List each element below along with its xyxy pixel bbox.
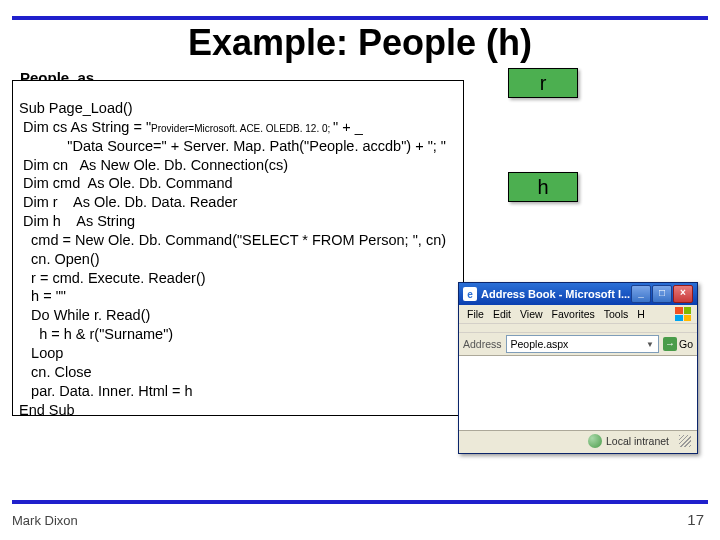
code-line: h = "" bbox=[19, 287, 457, 306]
code-line: h = h & r("Surname") bbox=[19, 325, 457, 344]
footer-author: Mark Dixon bbox=[12, 513, 78, 528]
code-box: Sub Page_Load() Dim cs As String = "Prov… bbox=[12, 80, 464, 416]
intranet-icon bbox=[588, 434, 602, 448]
code-seg: Dim cs As String = " bbox=[19, 119, 151, 135]
menu-edit[interactable]: Edit bbox=[489, 308, 515, 320]
window-buttons: _ □ × bbox=[631, 285, 693, 303]
code-seg: " + _ bbox=[333, 119, 363, 135]
code-line: Dim cn As New Ole. Db. Connection(cs) bbox=[19, 156, 457, 175]
browser-window: e Address Book - Microsoft I... _ □ × Fi… bbox=[458, 282, 698, 454]
status-text: Local intranet bbox=[606, 435, 669, 447]
browser-title: Address Book - Microsoft I... bbox=[481, 288, 630, 300]
go-icon: → bbox=[663, 337, 677, 351]
slide-number: 17 bbox=[687, 511, 704, 528]
code-line: "Data Source=" + Server. Map. Path("Peop… bbox=[19, 137, 457, 156]
menu-help[interactable]: H bbox=[633, 308, 649, 320]
code-line: Sub Page_Load() bbox=[19, 99, 457, 118]
code-line: cn. Close bbox=[19, 363, 457, 382]
maximize-button[interactable]: □ bbox=[652, 285, 672, 303]
go-label: Go bbox=[679, 338, 693, 350]
slide-title: Example: People (h) bbox=[0, 22, 720, 64]
code-line: Dim cs As String = "Provider=Microsoft. … bbox=[19, 118, 457, 137]
close-button[interactable]: × bbox=[673, 285, 693, 303]
h-callout: h bbox=[508, 172, 578, 202]
code-line: par. Data. Inner. Html = h bbox=[19, 382, 457, 401]
browser-titlebar: e Address Book - Microsoft I... _ □ × bbox=[459, 283, 697, 305]
chevron-down-icon[interactable]: ▼ bbox=[646, 340, 654, 349]
address-input[interactable]: People.aspx ▼ bbox=[506, 335, 659, 353]
menu-favorites[interactable]: Favorites bbox=[548, 308, 599, 320]
header-rule bbox=[12, 16, 708, 20]
address-value: People.aspx bbox=[511, 338, 569, 350]
ie-icon: e bbox=[463, 287, 477, 301]
code-line: r = cmd. Execute. Reader() bbox=[19, 269, 457, 288]
address-label: Address bbox=[463, 338, 502, 350]
menu-file[interactable]: File bbox=[463, 308, 488, 320]
r-callout: r bbox=[508, 68, 578, 98]
code-line: cn. Open() bbox=[19, 250, 457, 269]
status-bar: Local intranet bbox=[459, 431, 697, 451]
menu-view[interactable]: View bbox=[516, 308, 547, 320]
code-line: Dim r As Ole. Db. Data. Reader bbox=[19, 193, 457, 212]
menu-tools[interactable]: Tools bbox=[600, 308, 633, 320]
code-line: Dim h As String bbox=[19, 212, 457, 231]
browser-content bbox=[459, 356, 697, 431]
windows-logo-icon bbox=[675, 307, 691, 321]
footer-rule bbox=[12, 500, 708, 504]
minimize-button[interactable]: _ bbox=[631, 285, 651, 303]
code-line: Loop bbox=[19, 344, 457, 363]
code-line: End Sub bbox=[19, 401, 457, 420]
code-line: cmd = New Ole. Db. Command("SELECT * FRO… bbox=[19, 231, 457, 250]
code-line: Dim cmd As Ole. Db. Command bbox=[19, 174, 457, 193]
go-button[interactable]: → Go bbox=[663, 337, 693, 351]
menu-bar: File Edit View Favorites Tools H bbox=[459, 305, 697, 324]
code-provider: Provider=Microsoft. ACE. OLEDB. 12. 0; bbox=[151, 123, 333, 134]
resize-grip-icon[interactable] bbox=[679, 435, 691, 447]
toolbar bbox=[459, 324, 697, 333]
code-line: Do While r. Read() bbox=[19, 306, 457, 325]
address-bar: Address People.aspx ▼ → Go bbox=[459, 333, 697, 356]
